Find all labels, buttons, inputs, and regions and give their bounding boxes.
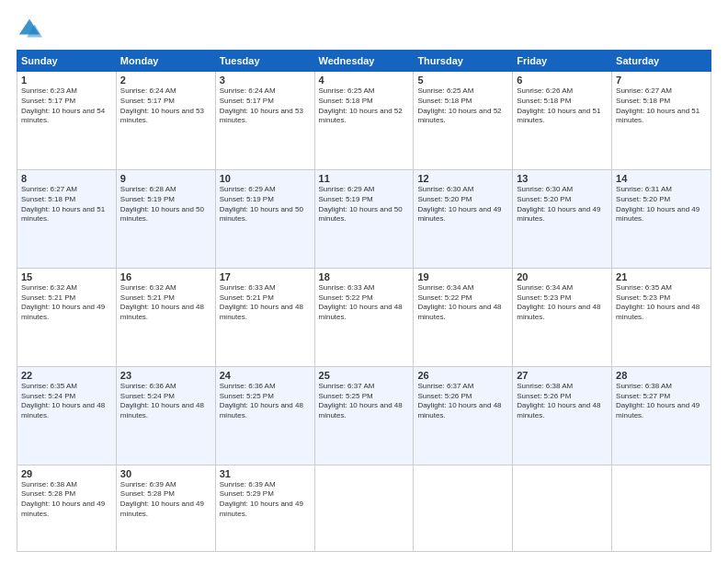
day-info: Sunrise: 6:24 AMSunset: 5:17 PMDaylight:… — [120, 86, 211, 126]
day-info: Sunrise: 6:29 AMSunset: 5:19 PMDaylight:… — [319, 185, 410, 224]
day-info: Sunrise: 6:33 AMSunset: 5:21 PMDaylight:… — [220, 283, 311, 323]
calendar-cell: 15Sunrise: 6:32 AMSunset: 5:21 PMDayligh… — [17, 268, 117, 366]
calendar-cell — [314, 465, 414, 551]
day-info: Sunrise: 6:25 AMSunset: 5:18 PMDaylight:… — [319, 86, 410, 126]
day-info: Sunrise: 6:30 AMSunset: 5:20 PMDaylight:… — [517, 185, 608, 224]
calendar-cell: 31Sunrise: 6:39 AMSunset: 5:29 PMDayligh… — [215, 465, 314, 551]
calendar-cell: 11Sunrise: 6:29 AMSunset: 5:19 PMDayligh… — [314, 169, 414, 268]
day-number: 30 — [120, 468, 211, 479]
day-number: 27 — [517, 370, 608, 381]
day-info: Sunrise: 6:29 AMSunset: 5:19 PMDaylight:… — [220, 185, 311, 224]
day-number: 2 — [120, 75, 211, 86]
calendar-week-row: 22Sunrise: 6:35 AMSunset: 5:24 PMDayligh… — [17, 366, 711, 465]
col-header-sunday: Sunday — [17, 51, 117, 72]
calendar-cell: 3Sunrise: 6:24 AMSunset: 5:17 PMDaylight… — [215, 72, 314, 170]
day-number: 4 — [319, 75, 410, 86]
day-number: 22 — [21, 370, 112, 381]
calendar-cell: 26Sunrise: 6:37 AMSunset: 5:26 PMDayligh… — [414, 366, 513, 465]
day-number: 25 — [319, 370, 410, 381]
day-info: Sunrise: 6:26 AMSunset: 5:18 PMDaylight:… — [517, 86, 608, 126]
day-info: Sunrise: 6:38 AMSunset: 5:28 PMDaylight:… — [21, 480, 112, 520]
calendar-cell: 17Sunrise: 6:33 AMSunset: 5:21 PMDayligh… — [215, 268, 314, 366]
day-number: 21 — [616, 271, 707, 282]
day-number: 9 — [120, 173, 211, 184]
day-number: 15 — [21, 271, 112, 282]
day-info: Sunrise: 6:33 AMSunset: 5:22 PMDaylight:… — [319, 283, 410, 323]
col-header-thursday: Thursday — [414, 51, 513, 72]
calendar-cell: 24Sunrise: 6:36 AMSunset: 5:25 PMDayligh… — [215, 366, 314, 465]
col-header-saturday: Saturday — [612, 51, 711, 72]
day-info: Sunrise: 6:34 AMSunset: 5:23 PMDaylight:… — [517, 283, 608, 323]
calendar-cell: 7Sunrise: 6:27 AMSunset: 5:18 PMDaylight… — [612, 72, 711, 170]
calendar-cell: 25Sunrise: 6:37 AMSunset: 5:25 PMDayligh… — [314, 366, 414, 465]
calendar-week-row: 15Sunrise: 6:32 AMSunset: 5:21 PMDayligh… — [17, 268, 711, 366]
calendar-cell: 5Sunrise: 6:25 AMSunset: 5:18 PMDaylight… — [414, 72, 513, 170]
day-info: Sunrise: 6:35 AMSunset: 5:24 PMDaylight:… — [21, 382, 112, 421]
day-info: Sunrise: 6:32 AMSunset: 5:21 PMDaylight:… — [120, 283, 211, 323]
logo — [17, 17, 46, 42]
calendar-cell: 12Sunrise: 6:30 AMSunset: 5:20 PMDayligh… — [414, 169, 513, 268]
day-info: Sunrise: 6:38 AMSunset: 5:26 PMDaylight:… — [517, 382, 608, 421]
calendar-cell: 21Sunrise: 6:35 AMSunset: 5:23 PMDayligh… — [612, 268, 711, 366]
calendar-cell: 14Sunrise: 6:31 AMSunset: 5:20 PMDayligh… — [612, 169, 711, 268]
day-number: 11 — [319, 173, 410, 184]
calendar-cell: 22Sunrise: 6:35 AMSunset: 5:24 PMDayligh… — [17, 366, 117, 465]
day-info: Sunrise: 6:35 AMSunset: 5:23 PMDaylight:… — [616, 283, 707, 323]
day-info: Sunrise: 6:38 AMSunset: 5:27 PMDaylight:… — [616, 382, 707, 421]
day-number: 26 — [417, 370, 508, 381]
day-info: Sunrise: 6:37 AMSunset: 5:26 PMDaylight:… — [417, 382, 508, 421]
page: SundayMondayTuesdayWednesdayThursdayFrid… — [0, 0, 728, 563]
calendar-cell: 4Sunrise: 6:25 AMSunset: 5:18 PMDaylight… — [314, 72, 414, 170]
calendar-cell: 10Sunrise: 6:29 AMSunset: 5:19 PMDayligh… — [215, 169, 314, 268]
day-info: Sunrise: 6:34 AMSunset: 5:22 PMDaylight:… — [417, 283, 508, 323]
day-number: 6 — [517, 75, 608, 86]
day-number: 20 — [517, 271, 608, 282]
calendar-week-row: 1Sunrise: 6:23 AMSunset: 5:17 PMDaylight… — [17, 72, 711, 170]
day-number: 5 — [417, 75, 508, 86]
calendar-header-row: SundayMondayTuesdayWednesdayThursdayFrid… — [17, 51, 711, 72]
col-header-friday: Friday — [513, 51, 612, 72]
header — [17, 17, 711, 42]
calendar-cell — [414, 465, 513, 551]
calendar-week-row: 8Sunrise: 6:27 AMSunset: 5:18 PMDaylight… — [17, 169, 711, 268]
calendar-cell: 30Sunrise: 6:39 AMSunset: 5:28 PMDayligh… — [116, 465, 215, 551]
day-number: 19 — [417, 271, 508, 282]
calendar-cell: 6Sunrise: 6:26 AMSunset: 5:18 PMDaylight… — [513, 72, 612, 170]
day-number: 18 — [319, 271, 410, 282]
day-number: 23 — [120, 370, 211, 381]
day-number: 28 — [616, 370, 707, 381]
logo-icon — [17, 17, 42, 42]
day-info: Sunrise: 6:28 AMSunset: 5:19 PMDaylight:… — [120, 185, 211, 224]
calendar-cell: 1Sunrise: 6:23 AMSunset: 5:17 PMDaylight… — [17, 72, 117, 170]
day-number: 16 — [120, 271, 211, 282]
day-number: 3 — [220, 75, 311, 86]
day-number: 29 — [21, 468, 112, 479]
calendar-week-row: 29Sunrise: 6:38 AMSunset: 5:28 PMDayligh… — [17, 465, 711, 551]
calendar-cell: 8Sunrise: 6:27 AMSunset: 5:18 PMDaylight… — [17, 169, 117, 268]
day-info: Sunrise: 6:27 AMSunset: 5:18 PMDaylight:… — [21, 185, 112, 224]
col-header-monday: Monday — [116, 51, 215, 72]
calendar-cell: 19Sunrise: 6:34 AMSunset: 5:22 PMDayligh… — [414, 268, 513, 366]
calendar-cell: 23Sunrise: 6:36 AMSunset: 5:24 PMDayligh… — [116, 366, 215, 465]
day-info: Sunrise: 6:30 AMSunset: 5:20 PMDaylight:… — [417, 185, 508, 224]
day-number: 13 — [517, 173, 608, 184]
day-info: Sunrise: 6:32 AMSunset: 5:21 PMDaylight:… — [21, 283, 112, 323]
day-info: Sunrise: 6:39 AMSunset: 5:29 PMDaylight:… — [220, 480, 311, 520]
calendar-cell — [513, 465, 612, 551]
day-number: 17 — [220, 271, 311, 282]
day-info: Sunrise: 6:23 AMSunset: 5:17 PMDaylight:… — [21, 86, 112, 126]
calendar-cell: 13Sunrise: 6:30 AMSunset: 5:20 PMDayligh… — [513, 169, 612, 268]
calendar-cell: 9Sunrise: 6:28 AMSunset: 5:19 PMDaylight… — [116, 169, 215, 268]
calendar-cell: 29Sunrise: 6:38 AMSunset: 5:28 PMDayligh… — [17, 465, 117, 551]
calendar-cell: 28Sunrise: 6:38 AMSunset: 5:27 PMDayligh… — [612, 366, 711, 465]
calendar-cell: 16Sunrise: 6:32 AMSunset: 5:21 PMDayligh… — [116, 268, 215, 366]
calendar-cell: 2Sunrise: 6:24 AMSunset: 5:17 PMDaylight… — [116, 72, 215, 170]
calendar-cell: 27Sunrise: 6:38 AMSunset: 5:26 PMDayligh… — [513, 366, 612, 465]
calendar-table: SundayMondayTuesdayWednesdayThursdayFrid… — [17, 50, 711, 552]
day-number: 1 — [21, 75, 112, 86]
day-number: 12 — [417, 173, 508, 184]
day-info: Sunrise: 6:37 AMSunset: 5:25 PMDaylight:… — [319, 382, 410, 421]
day-number: 8 — [21, 173, 112, 184]
day-number: 7 — [616, 75, 707, 86]
day-info: Sunrise: 6:39 AMSunset: 5:28 PMDaylight:… — [120, 480, 211, 520]
